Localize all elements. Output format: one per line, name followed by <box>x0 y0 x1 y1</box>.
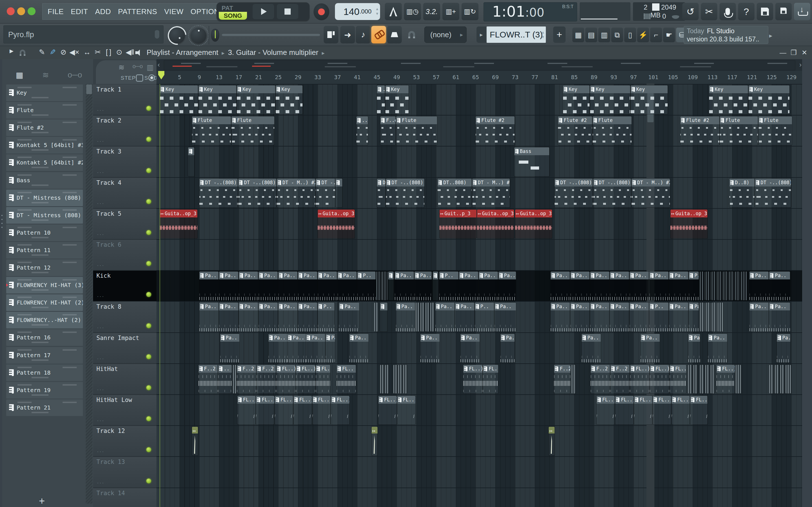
pattern-clip[interactable]: Pa.. <box>669 302 688 331</box>
audio-clip[interactable]: ↦Guita..op_3 <box>477 210 514 238</box>
track-enable-led[interactable] <box>146 261 151 266</box>
pattern-clip[interactable] <box>712 272 716 300</box>
pat-mode-button[interactable]: PAT <box>221 4 233 12</box>
pattern-clip[interactable]: Pa.. <box>500 334 515 362</box>
pattern-clip[interactable]: Flute <box>593 116 631 145</box>
mixer-button[interactable]: ▥ <box>598 27 610 42</box>
play-button[interactable] <box>253 4 274 19</box>
pattern-clip[interactable]: Pa.. <box>610 302 629 331</box>
pattern-clip[interactable]: FL..) <box>653 396 671 425</box>
pattern-clip[interactable]: Pa.. <box>239 302 258 331</box>
pattern-item[interactable]: Pattern 10 <box>6 224 83 241</box>
touch-button[interactable]: ☛ <box>663 27 675 42</box>
audio-clip[interactable]: ↦Guita..op_3 <box>160 210 197 238</box>
menu-item-edit[interactable]: EDIT <box>71 7 88 16</box>
audio-clip[interactable]: ↦ <box>192 427 198 455</box>
pattern-clip[interactable]: Pa.. <box>551 272 570 300</box>
pattern-clip[interactable] <box>706 302 711 331</box>
pattern-clip[interactable] <box>706 272 711 300</box>
pattern-clip[interactable]: Pa.. <box>495 302 516 331</box>
project-title-field[interactable]: Pyro.flp <box>3 25 163 43</box>
track-enable-led[interactable] <box>146 106 151 111</box>
window-maximize-button[interactable]: ❐ <box>790 48 798 57</box>
track-options-dots[interactable]: ··· <box>97 325 105 331</box>
picker-add-button[interactable]: + <box>39 495 45 507</box>
pattern-clip[interactable]: Pa.. <box>777 334 791 362</box>
pattern-clip[interactable]: F..e <box>380 116 396 145</box>
pattern-selector[interactable]: FLOWR..T (3)▲▼ <box>487 26 546 43</box>
window-close-button[interactable]: ✕ <box>800 48 809 57</box>
track-options-dots[interactable]: ··· <box>97 263 105 269</box>
pattern-clip[interactable]: Pa.. <box>396 302 415 331</box>
pattern-clip[interactable]: P.. <box>439 272 458 300</box>
track-enable-led[interactable] <box>146 136 151 142</box>
traffic-close-icon[interactable] <box>7 7 15 15</box>
playback-tool-icon[interactable]: ◀‖ <box>125 48 135 57</box>
pattern-clip[interactable]: Pa.. <box>769 272 790 300</box>
track-header[interactable]: HitHat Low··· <box>93 395 156 426</box>
pattern-clip[interactable]: FL..) <box>256 396 274 425</box>
track-enable-led[interactable] <box>146 292 151 297</box>
slide-radio[interactable] <box>148 74 155 81</box>
track-options-dots[interactable]: ··· <box>97 480 105 486</box>
track-options-dots[interactable]: ··· <box>97 387 105 393</box>
pattern-clip[interactable]: DT -..(808) <box>199 179 238 207</box>
pattern-clip[interactable] <box>775 365 779 393</box>
pattern-clip[interactable]: Flute #2 <box>680 116 719 145</box>
record-button[interactable] <box>313 3 329 20</box>
pattern-clip[interactable]: Pa.. <box>414 272 432 300</box>
track-options-dots[interactable]: ··· <box>97 293 105 299</box>
pattern-clip[interactable]: FL..) <box>397 396 416 425</box>
track-enable-led[interactable] <box>146 230 151 235</box>
pattern-clip[interactable]: Pa.. <box>435 302 455 331</box>
pattern-clip[interactable] <box>385 365 389 393</box>
loop-record-button[interactable]: ▥+ <box>442 3 459 20</box>
pattern-clip[interactable]: Key <box>590 86 630 114</box>
pattern-clip[interactable]: FL..) <box>331 396 349 425</box>
save-new-version-button[interactable] <box>775 3 792 20</box>
pattern-clip[interactable] <box>729 272 734 300</box>
pattern-item[interactable]: Flute <box>6 102 83 119</box>
plugin-picker-button[interactable]: ⚡ <box>637 27 649 42</box>
pattern-clip[interactable] <box>571 365 576 393</box>
pattern-clip[interactable] <box>712 302 716 331</box>
pattern-clip[interactable]: Key <box>563 86 590 114</box>
track-header[interactable]: Track 4··· <box>93 178 156 209</box>
pattern-clip[interactable] <box>382 272 387 300</box>
pattern-clip[interactable]: D..8) <box>729 179 755 207</box>
news-panel[interactable]: TodayFL Studio version 20.8.3 build 157.… <box>684 26 768 44</box>
window-minimize-button[interactable]: — <box>779 48 787 57</box>
pattern-clip[interactable]: Pa.. <box>581 334 601 362</box>
pattern-clip[interactable] <box>398 365 402 393</box>
pattern-clip[interactable]: FL..) <box>650 365 669 393</box>
track-options-dots[interactable]: ··· <box>97 170 105 175</box>
master-pitch-knob[interactable] <box>191 27 206 43</box>
song-mode-button[interactable]: SONG <box>219 12 247 20</box>
pattern-clip[interactable]: Pa.. <box>219 272 238 300</box>
pattern-clip[interactable]: Key <box>199 86 237 114</box>
pattern-item[interactable]: Bass <box>6 172 83 189</box>
picker-scrollbar-thumb[interactable] <box>86 84 92 94</box>
pattern-item[interactable]: Pattern 19 <box>6 382 83 399</box>
pattern-clip[interactable]: DT - M..) #2 <box>472 179 510 207</box>
automation-tab-icon[interactable]: o─o <box>133 63 143 69</box>
pattern-clip[interactable]: Pa.. <box>641 334 660 362</box>
pattern-clip[interactable]: Pa.. <box>326 334 335 362</box>
browser-button[interactable]: ⧉ <box>611 27 623 42</box>
pattern-clip[interactable]: Pa.. <box>278 272 297 300</box>
scroll-right-icon[interactable]: › <box>799 61 802 69</box>
project-picker-button[interactable]: ▯ <box>624 27 636 42</box>
pattern-clip[interactable]: FL..) <box>275 396 293 425</box>
pattern-clip[interactable]: DT..808) <box>438 179 472 207</box>
track-header[interactable]: Track 5··· <box>93 209 156 240</box>
pattern-item[interactable]: Pattern 12 <box>6 260 83 276</box>
undo-button[interactable]: ↺ <box>682 3 699 20</box>
traffic-zoom-icon[interactable] <box>28 7 36 15</box>
pattern-clip[interactable] <box>735 272 740 300</box>
pattern-clip[interactable]: Pa.. <box>551 302 570 331</box>
pattern-clip[interactable]: Pa.. <box>459 272 478 300</box>
pattern-clip[interactable]: Pa.. <box>287 334 306 362</box>
pattern-clip[interactable]: DT -..#2 <box>316 179 335 207</box>
pattern-clip[interactable] <box>430 302 434 331</box>
pattern-clip[interactable] <box>700 272 705 300</box>
